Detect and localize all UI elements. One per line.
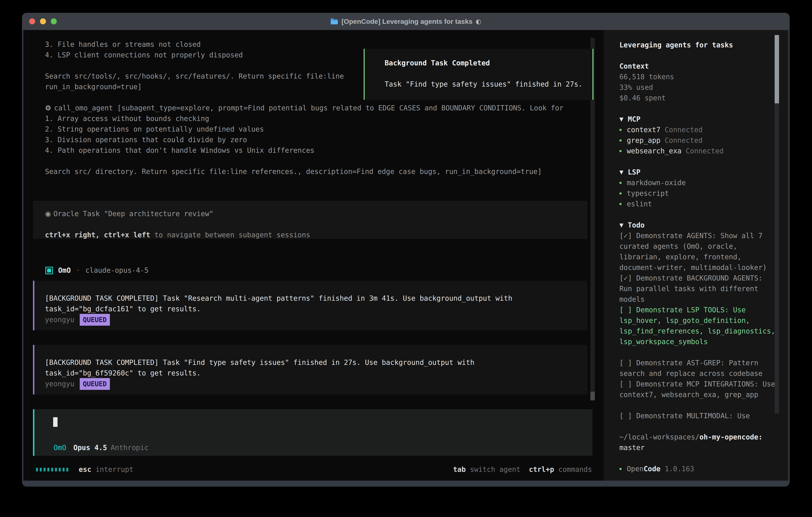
- lsp-name: typescript: [627, 189, 669, 197]
- transcript-line: 4. Path operations that don't handle Win…: [45, 145, 587, 156]
- transcript-line: 3. Division operations that could divide…: [45, 135, 587, 145]
- message-block: [BACKGROUND TASK COMPLETED] Task "Resear…: [33, 281, 587, 330]
- spinner-dot: [40, 468, 42, 471]
- todo-item: [ ]Demonstrate MULTIMODAL: Use: [619, 411, 779, 421]
- context-heading: Context: [619, 61, 788, 72]
- sidebar-scrollbar[interactable]: [775, 35, 779, 414]
- esc-key-hint: esc: [79, 464, 91, 475]
- todo-checkbox: [✓]: [619, 274, 632, 282]
- mcp-status: Connected: [665, 136, 703, 144]
- minimize-button[interactable]: [40, 19, 46, 24]
- mcp-name: websearch_exa: [627, 147, 682, 155]
- todo-text: Demonstrate AGENTS: Show all 7 curated a…: [619, 232, 767, 272]
- message-block: [BACKGROUND TASK COMPLETED] Task "Find t…: [33, 345, 587, 394]
- tab-key-hint: tab: [453, 464, 466, 475]
- half-circle-icon: ◐: [476, 18, 481, 25]
- green-status-dot: [619, 203, 621, 205]
- context-tokens: 66,518 tokens: [619, 72, 788, 82]
- input-agent-name: OmO: [54, 442, 66, 453]
- close-button[interactable]: [29, 19, 35, 24]
- lsp-name: eslint: [627, 200, 652, 208]
- status-bar: esc interrupt tab switch agent ctrl+p co…: [36, 464, 592, 475]
- maximize-button[interactable]: [51, 19, 57, 24]
- mcp-item: websearch_exa Connected: [619, 146, 788, 156]
- mcp-item: context7 Connected: [619, 125, 788, 135]
- chevron-down-icon: ▼: [619, 222, 624, 228]
- message-meta: yeongyu QUEUED: [45, 315, 577, 325]
- transcript-line: 3. File handles or streams not closed: [45, 39, 587, 50]
- session-title: Leveraging agents for tasks: [619, 40, 788, 50]
- app-version: 1.0.163: [665, 465, 694, 473]
- status-left: esc interrupt: [36, 464, 134, 475]
- titlebar[interactable]: [OpenCode] Leveraging agents for tasks ◐: [22, 13, 790, 30]
- spinner-dot: [55, 468, 57, 471]
- toast-body: Task "Find type safety issues" finished …: [385, 79, 573, 89]
- mcp-name: grep_app: [627, 136, 661, 144]
- lsp-item: markdown-oxide: [619, 178, 788, 188]
- input-agent-row: OmO Opus 4.5 Anthropic: [54, 442, 148, 453]
- agent-model: claude-opus-4-5: [85, 265, 148, 276]
- input-model: Opus 4.5: [73, 442, 107, 453]
- transcript-line: 2. String operations on potentially unde…: [45, 124, 587, 135]
- spinner-dot: [66, 468, 68, 471]
- oracle-task-box: ◉Oracle Task "Deep architecture review" …: [33, 201, 587, 239]
- app-name-prefix: Open: [627, 465, 644, 473]
- spinner-dot: [59, 468, 61, 471]
- app-version-row: OpenCode 1.0.163: [619, 464, 788, 474]
- workspace-repo: oh-my-opencode:: [699, 433, 762, 441]
- todo-checkbox: [ ]: [619, 359, 632, 367]
- todo-text: Demonstrate MULTIMODAL: Use: [636, 412, 750, 420]
- workspace-path: ~/local-workspaces/oh-my-opencode:: [619, 432, 788, 442]
- prompt-input[interactable]: OmO Opus 4.5 Anthropic: [33, 409, 592, 456]
- spinner-dot: [44, 468, 46, 471]
- todo-heading: Todo: [628, 221, 644, 229]
- text-cursor: [53, 417, 58, 427]
- traffic-lights: [29, 13, 57, 30]
- input-provider: Anthropic: [111, 442, 149, 453]
- transcript-line: Search src/ directory. Return specific f…: [45, 166, 587, 177]
- window-title-group: [OpenCode] Leveraging agents for tasks ◐: [330, 18, 481, 25]
- todo-checkbox: [✓]: [619, 232, 632, 240]
- todo-text: Demonstrate BACKGROUND AGENTS: Run paral…: [619, 274, 766, 303]
- todo-section-header[interactable]: ▼Todo: [619, 220, 788, 230]
- status-badge: QUEUED: [80, 314, 110, 326]
- folder-icon: [330, 18, 338, 25]
- mcp-status: Connected: [665, 126, 703, 134]
- message-text: task_id="bg_dcfac161" to get results.: [45, 304, 577, 314]
- lsp-name: markdown-oxide: [627, 179, 686, 187]
- message-text: task_id="bg_6f59260c" to get results.: [45, 368, 577, 378]
- lsp-section-header[interactable]: ▼LSP: [619, 167, 788, 178]
- message-text: [BACKGROUND TASK COMPLETED] Task "Find t…: [45, 357, 577, 368]
- todo-checkbox: [ ]: [619, 306, 632, 314]
- mcp-name: context7: [627, 126, 661, 134]
- tool-call-text: call_omo_agent [subagent_type=explore, p…: [54, 104, 563, 112]
- workspace-path-prefix: ~/local-workspaces/: [619, 433, 699, 441]
- todo-text: Demonstrate AST-GREP: Pattern search and…: [619, 359, 762, 377]
- todo-item: [✓]Demonstrate BACKGROUND AGENTS: Run pa…: [619, 273, 779, 305]
- background-task-toast: Background Task Completed Task "Find typ…: [364, 49, 593, 100]
- toast-title: Background Task Completed: [385, 58, 573, 69]
- tab-key-label: switch agent: [470, 464, 521, 475]
- main-scrollbar-thumb[interactable]: [590, 392, 595, 400]
- lsp-item: typescript: [619, 188, 788, 199]
- esc-key-label: interrupt: [95, 464, 134, 475]
- todo-item: [✓]Demonstrate AGENTS: Show all 7 curate…: [619, 230, 779, 273]
- mcp-heading: MCP: [628, 115, 640, 123]
- mcp-status: Connected: [686, 147, 724, 155]
- green-status-dot: [619, 468, 621, 470]
- window-title: [OpenCode] Leveraging agents for tasks: [342, 18, 472, 25]
- mcp-section-header[interactable]: ▼MCP: [619, 114, 788, 125]
- message-meta: yeongyu QUEUED: [45, 379, 577, 389]
- green-status-dot: [619, 129, 621, 131]
- todo-checkbox: [ ]: [619, 380, 632, 388]
- chevron-down-icon: ▼: [619, 116, 624, 122]
- ctrlp-key-hint: ctrl+p: [529, 464, 554, 475]
- todo-text: Demonstrate MCP INTEGRATIONS: Use contex…: [619, 380, 779, 399]
- green-status-dot: [619, 139, 621, 141]
- shortcut-keys: ctrl+x right, ctrl+x left: [45, 231, 150, 239]
- agent-name: OmO: [58, 265, 71, 276]
- subagent-shortcut-hint: ctrl+x right, ctrl+x left to navigate be…: [45, 230, 310, 240]
- green-status-dot: [619, 150, 621, 152]
- sidebar-scrollbar-thumb[interactable]: [775, 35, 779, 103]
- message-author: yeongyu: [45, 315, 75, 325]
